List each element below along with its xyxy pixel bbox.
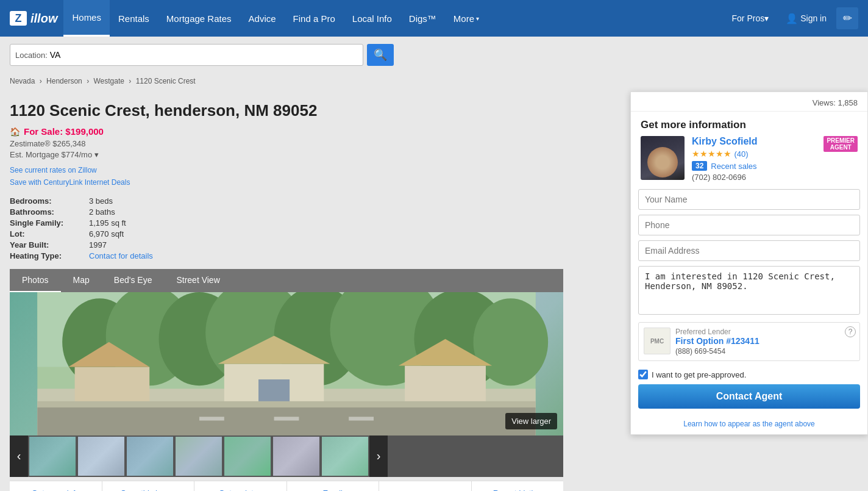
tab-photos[interactable]: Photos — [10, 269, 61, 292]
tab-map[interactable]: Map — [61, 269, 102, 292]
thumbnails-next-button[interactable]: › — [369, 435, 388, 477]
svg-rect-21 — [349, 417, 374, 420]
mortgage-arrow-icon[interactable]: ▾ — [94, 150, 99, 159]
thumbnail-6[interactable] — [272, 435, 321, 477]
lender-logo: PMC — [644, 328, 671, 354]
nav-homes[interactable]: Homes — [63, 0, 110, 37]
name-input[interactable] — [638, 189, 860, 210]
thumbnail-4[interactable] — [174, 435, 223, 477]
tab-beds-eye[interactable]: Bed's Eye — [102, 269, 165, 292]
nav-local-info[interactable]: Local Info — [344, 0, 400, 37]
for-sale-badge: 🏠 For Sale: $199,000 — [10, 126, 563, 137]
lender-info: Preferred Lender First Option #123411 (8… — [675, 328, 855, 356]
nav-more[interactable]: More ▾ — [445, 0, 488, 37]
phone-input[interactable] — [638, 215, 860, 235]
lender-name[interactable]: First Option #123411 — [675, 336, 855, 346]
premier-badge-wrap: PREMIERAGENT — [824, 136, 858, 152]
thumbnail-2[interactable] — [77, 435, 126, 477]
breadcrumb-henderson[interactable]: Henderson — [46, 77, 82, 85]
agent-rating-row: ★★★★★ (40) — [692, 148, 816, 159]
breadcrumb: Nevada › Henderson › Westgate › 1120 Sce… — [0, 73, 868, 91]
search-button[interactable]: 🔍 — [367, 44, 394, 66]
detail-row-heating: Heating Type: Contact for details — [10, 251, 563, 260]
report-listing-button[interactable]: Report Listing — [472, 481, 564, 491]
email-input[interactable] — [638, 240, 860, 261]
svg-rect-18 — [37, 401, 535, 407]
search-bar: Location: 🔍 — [0, 37, 868, 73]
thumbnail-3[interactable] — [126, 435, 174, 477]
logo-text: illow — [30, 12, 57, 26]
promo-rates-link[interactable]: See current rates on Zillow — [10, 164, 563, 176]
contact-agent-button[interactable]: Contact Agent — [638, 384, 860, 409]
lender-help-button[interactable]: ? — [845, 326, 856, 337]
breadcrumb-nevada[interactable]: Nevada — [10, 77, 35, 85]
location-label: Location: — [15, 51, 48, 60]
thumbnails: ‹ › — [10, 435, 563, 477]
detail-row-year-built: Year Built: 1997 — [10, 240, 563, 249]
navbar: Z illow Homes Rentals Mortgage Rates Adv… — [0, 0, 868, 37]
nav-digs[interactable]: Digs™ — [400, 0, 445, 37]
more-button[interactable]: more ▾ — [379, 481, 472, 491]
main-photo[interactable]: View larger — [10, 292, 563, 435]
get-updates-button[interactable]: Get updates — [194, 481, 287, 491]
thumbnail-5[interactable] — [223, 435, 272, 477]
search-input[interactable] — [50, 50, 358, 60]
navbar-right: For Pros ▾ 👤 Sign in ✏ — [725, 0, 859, 37]
agent-stars: ★★★★★ — [692, 149, 731, 159]
view-larger-button[interactable]: View larger — [505, 413, 557, 429]
breadcrumb-sep-2: › — [87, 77, 91, 85]
breadcrumb-sep-1: › — [40, 77, 44, 85]
contact-form: I am interested in 1120 Scenic Crest, He… — [631, 189, 867, 322]
for-pros-arrow-icon: ▾ — [764, 13, 769, 23]
breadcrumb-westgate[interactable]: Westgate — [93, 77, 124, 85]
premier-agent-badge: PREMIERAGENT — [824, 136, 858, 152]
breadcrumb-current: 1120 Scenic Crest — [136, 77, 196, 85]
get-info-header: Get more information — [631, 112, 867, 136]
right-panel: Views: 1,858 Get more information Kirby … — [630, 91, 868, 435]
thumbnails-prev-button[interactable]: ‹ — [10, 435, 28, 477]
property-title: 1120 Scenic Crest, henderson, NM 89052 — [10, 101, 563, 120]
svg-rect-22 — [199, 417, 224, 420]
agent-face — [647, 147, 678, 177]
email-button[interactable]: Email — [287, 481, 380, 491]
preapprove-row: I want to get pre-approved. — [631, 366, 867, 384]
action-bar: Get more info Save this home Get updates… — [10, 481, 563, 491]
nav-rentals[interactable]: Rentals — [110, 0, 158, 37]
logo[interactable]: Z illow — [10, 11, 57, 26]
nav-advice[interactable]: Advice — [240, 0, 285, 37]
lender-card: PMC Preferred Lender First Option #12341… — [638, 322, 860, 361]
learn-how-link[interactable]: Learn how to appear as the agent above — [631, 416, 867, 434]
get-more-info-button[interactable]: Get more info — [10, 481, 102, 491]
svg-rect-11 — [75, 367, 150, 404]
detail-row-lot: Lot: 6,970 sqft — [10, 229, 563, 238]
detail-row-bedrooms: Bedrooms: 3 beds — [10, 196, 563, 206]
left-panel: 1120 Scenic Crest, henderson, NM 89052 🏠… — [0, 91, 573, 491]
breadcrumb-sep-3: › — [129, 77, 133, 85]
for-pros-button[interactable]: For Pros ▾ — [725, 0, 777, 37]
edit-icon[interactable]: ✏ — [836, 7, 858, 29]
promo-centurylink-link[interactable]: Save with CenturyLink Internet Deals — [10, 176, 563, 188]
thumbnail-7[interactable] — [321, 435, 369, 477]
thumbnail-1[interactable] — [28, 435, 77, 477]
svg-rect-19 — [37, 407, 535, 435]
nav-find-pro[interactable]: Find a Pro — [285, 0, 344, 37]
agent-card: Kirby Scofield ★★★★★ (40) 32 Recent sale… — [631, 136, 867, 189]
search-input-wrap: Location: — [10, 44, 363, 66]
preapprove-checkbox[interactable] — [638, 370, 648, 379]
svg-rect-16 — [405, 365, 486, 404]
agent-name[interactable]: Kirby Scofield — [692, 136, 816, 147]
detail-row-bathrooms: Bathrooms: 2 baths — [10, 207, 563, 217]
agent-info: Kirby Scofield ★★★★★ (40) 32 Recent sale… — [692, 136, 816, 182]
promo-links: See current rates on Zillow Save with Ce… — [10, 164, 563, 189]
agent-rating-count: (40) — [734, 149, 748, 159]
agent-sales-badge: 32 — [692, 161, 707, 171]
tab-street-view[interactable]: Street View — [164, 269, 232, 292]
agent-phone: (702) 802-0696 — [692, 173, 816, 182]
zillow-z-icon: Z — [10, 11, 27, 26]
message-input[interactable]: I am interested in 1120 Scenic Crest, He… — [638, 266, 860, 315]
sign-in-button[interactable]: 👤 Sign in — [778, 0, 834, 37]
more-arrow-icon: ▾ — [476, 15, 479, 22]
nav-mortgage-rates[interactable]: Mortgage Rates — [158, 0, 240, 37]
save-home-button[interactable]: Save this home — [102, 481, 195, 491]
svg-rect-20 — [274, 417, 299, 420]
